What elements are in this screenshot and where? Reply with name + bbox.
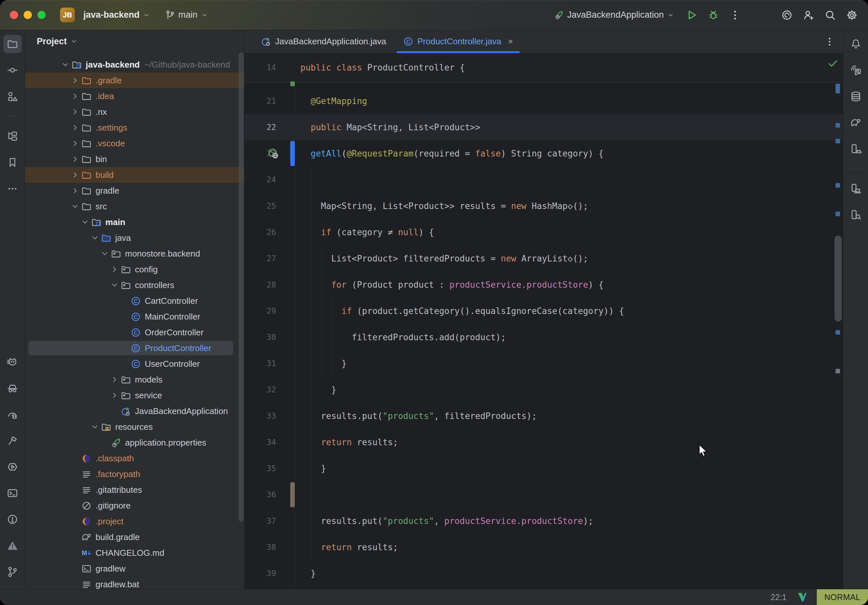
line-number[interactable]: 35 xyxy=(245,455,276,482)
tool-stripe-button-database[interactable] xyxy=(847,87,865,106)
tool-stripe-button-commit[interactable] xyxy=(3,61,22,79)
tree-row-gradlew[interactable]: gradlew xyxy=(25,561,244,576)
code-line-37[interactable]: 37 results.put("products", productServic… xyxy=(245,508,843,534)
code-line-28[interactable]: 28 for (Product product : productService… xyxy=(245,272,843,298)
tree-row-java[interactable]: java xyxy=(25,230,244,246)
code-line-32[interactable]: 32 } xyxy=(245,377,843,403)
line-number[interactable]: 22 xyxy=(245,114,276,141)
tool-stripe-button-more-horizontal[interactable] xyxy=(3,179,22,198)
line-number[interactable]: 29 xyxy=(245,298,276,324)
tool-stripe-button-version-control[interactable] xyxy=(3,563,22,581)
tab-options-icon[interactable] xyxy=(825,37,843,46)
line-number[interactable]: 30 xyxy=(245,324,276,350)
ideavim-icon[interactable] xyxy=(797,592,808,602)
tree-row-build[interactable]: build xyxy=(25,167,244,183)
code-line-23[interactable]: 23 getAll(@RequestParam(required = false… xyxy=(245,141,843,167)
tree-row-.factorypath[interactable]: .factorypath xyxy=(25,466,244,482)
titlebar-button-ai-assistant[interactable] xyxy=(781,9,792,21)
chevron-down-icon[interactable] xyxy=(70,201,81,212)
tool-stripe-button-device-manager[interactable] xyxy=(847,140,865,158)
code-line-31[interactable]: 31 } xyxy=(245,350,843,377)
line-number[interactable]: 26 xyxy=(245,219,276,245)
code-line-29[interactable]: 29 if (product.getCategory().equalsIgnor… xyxy=(245,298,843,324)
titlebar-button-search[interactable] xyxy=(825,9,836,21)
code-line-34[interactable]: 34 return results; xyxy=(245,429,843,455)
line-number[interactable]: 37 xyxy=(245,508,276,534)
tree-row-models[interactable]: models xyxy=(25,372,244,387)
tool-stripe-button-notifications[interactable] xyxy=(847,35,865,53)
endpoint-gutter-icon[interactable] xyxy=(268,148,279,159)
code-line-30[interactable]: 30 filteredProducts.add(product); xyxy=(245,324,843,350)
code-line-38[interactable]: 38 return results; xyxy=(245,534,843,560)
line-number[interactable]: 28 xyxy=(245,272,276,298)
chevron-right-icon[interactable] xyxy=(109,264,120,275)
chevron-right-icon[interactable] xyxy=(109,374,120,385)
tree-row-.idea[interactable]: .idea xyxy=(25,88,244,104)
tree-row-gradlew.bat[interactable]: gradlew.bat xyxy=(25,576,244,589)
line-number[interactable]: 25 xyxy=(245,193,276,219)
tool-window-header[interactable]: Project xyxy=(25,30,244,53)
chevron-right-icon[interactable] xyxy=(70,75,81,86)
chevron-down-icon[interactable] xyxy=(99,248,110,259)
tool-stripe-button-services-play[interactable] xyxy=(3,458,22,476)
line-number[interactable]: 39 xyxy=(245,560,276,586)
tree-row-CHANGELOG.md[interactable]: MCHANGELOG.md xyxy=(25,545,244,561)
tree-row-UserController[interactable]: CUserController xyxy=(25,356,244,372)
tool-stripe-button-structure[interactable] xyxy=(3,87,22,106)
line-number[interactable]: 36 xyxy=(245,482,276,508)
code-line-35[interactable]: 35 } xyxy=(245,455,843,482)
sticky-class-line[interactable]: 14 public class ProductController { xyxy=(245,53,843,82)
editor-scrollbar[interactable] xyxy=(834,235,842,322)
tool-stripe-button-terminal[interactable] xyxy=(3,484,22,502)
tool-stripe-button-problems[interactable] xyxy=(3,510,22,529)
titlebar-button-debug[interactable] xyxy=(708,9,719,21)
chevron-down-icon[interactable] xyxy=(109,280,120,291)
tree-row-gradle[interactable]: gradle xyxy=(25,183,244,198)
chevron-down-icon[interactable] xyxy=(89,421,101,432)
tool-stripe-button-incognito[interactable] xyxy=(3,379,22,397)
line-number[interactable]: 21 xyxy=(245,88,276,114)
run-configuration-widget[interactable]: JavaBackendApplication xyxy=(554,10,674,20)
titlebar-button-run[interactable] xyxy=(686,9,697,21)
code-line-21[interactable]: 21 @GetMapping xyxy=(245,88,843,114)
tool-stripe-button-ai-cat[interactable] xyxy=(3,353,22,371)
tool-stripe-button-bookmarks[interactable] xyxy=(3,153,22,172)
maximize-window-button[interactable] xyxy=(37,11,46,19)
line-number[interactable]: 27 xyxy=(245,245,276,272)
chevron-down-icon[interactable] xyxy=(79,217,91,228)
tool-stripe-button-project-folder[interactable] xyxy=(3,35,22,53)
tree-row-build.gradle[interactable]: build.gradle xyxy=(25,529,244,545)
code-line-27[interactable]: 27 List<Product> filteredProducts = new … xyxy=(245,245,843,272)
tree-row-.vscode[interactable]: .vscode xyxy=(25,136,244,151)
close-tab-icon[interactable]: × xyxy=(508,37,513,46)
chevron-right-icon[interactable] xyxy=(70,106,81,118)
tree-row-main[interactable]: main xyxy=(25,214,244,230)
tree-row-.gitattributes[interactable]: .gitattributes xyxy=(25,482,244,498)
code-line-24[interactable]: 24 xyxy=(245,167,843,193)
chevron-right-icon[interactable] xyxy=(70,169,81,181)
editor-tab-ProductController.java[interactable]: CProductController.java× xyxy=(395,30,522,53)
caret-position[interactable]: 22:1 xyxy=(770,593,787,602)
tree-row-.settings[interactable]: .settings xyxy=(25,120,244,136)
code-line-22[interactable]: 22 public Map<String, List<Product>> xyxy=(245,114,843,141)
line-number[interactable]: 38 xyxy=(245,534,276,560)
tree-row-JavaBackendApplication[interactable]: JavaBackendApplication xyxy=(25,403,244,419)
titlebar-button-more-vertical[interactable] xyxy=(730,9,741,21)
tree-row-java-backend[interactable]: java-backend~/Github/java-backend xyxy=(25,57,244,73)
tree-row-.nx[interactable]: .nx xyxy=(25,104,244,120)
tree-row-bin[interactable]: bin xyxy=(25,151,244,167)
code-line-39[interactable]: 39 } xyxy=(245,560,843,586)
tree-row-service[interactable]: service xyxy=(25,387,244,403)
line-number[interactable]: 31 xyxy=(245,350,276,377)
code-line-25[interactable]: 25 Map<String, List<Product>> results = … xyxy=(245,193,843,219)
tree-row-OrderController[interactable]: COrderController xyxy=(25,325,244,340)
titlebar-button-add-user[interactable] xyxy=(803,9,814,21)
chevron-right-icon[interactable] xyxy=(70,153,81,165)
tree-row-application.properties[interactable]: application.properties xyxy=(25,435,244,450)
tool-stripe-button-profiler[interactable] xyxy=(3,405,22,424)
tree-row-monostore.backend[interactable]: monostore.backend xyxy=(25,246,244,261)
line-number[interactable]: 24 xyxy=(245,167,276,193)
chevron-right-icon[interactable] xyxy=(70,122,81,133)
chevron-right-icon[interactable] xyxy=(70,185,81,196)
vim-mode-badge[interactable]: NORMAL xyxy=(817,589,868,605)
